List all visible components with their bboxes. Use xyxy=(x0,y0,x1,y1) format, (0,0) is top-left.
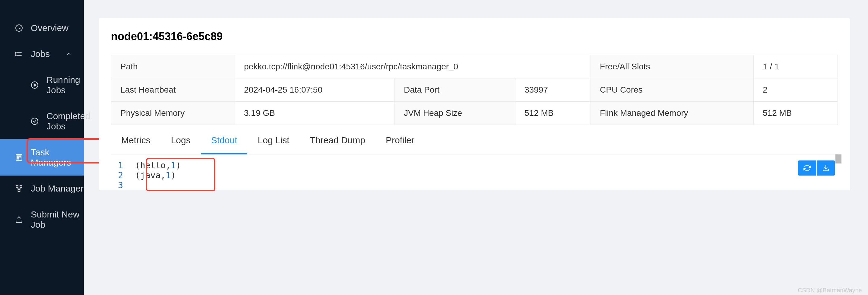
download-button[interactable] xyxy=(817,160,835,176)
svg-point-6 xyxy=(16,55,16,56)
info-managed-label: Flink Managed Memory xyxy=(591,102,754,125)
play-circle-icon xyxy=(30,81,39,90)
info-heartbeat-value: 2024-04-25 16:07:50 xyxy=(235,79,395,102)
line-number: 2 xyxy=(111,170,135,180)
task-manager-card: node01:45316-6e5c89 Path pekko.tcp://fli… xyxy=(99,18,850,190)
table-row: Path pekko.tcp://flink@node01:45316/user… xyxy=(111,55,838,79)
info-heap-value: 512 MB xyxy=(516,102,591,125)
watermark: CSDN @BatmanWayne xyxy=(798,287,862,294)
info-slots-label: Free/All Slots xyxy=(591,55,754,79)
svg-rect-11 xyxy=(18,156,19,157)
info-managed-value: 512 MB xyxy=(754,102,838,125)
info-cores-value: 2 xyxy=(754,79,838,102)
sidebar-item-label: Task Managers xyxy=(31,147,84,168)
svg-point-5 xyxy=(16,54,16,54)
page-title: node01:45316-6e5c89 xyxy=(111,30,838,43)
info-table: Path pekko.tcp://flink@node01:45316/user… xyxy=(111,55,838,125)
info-heartbeat-label: Last Heartbeat xyxy=(111,79,235,102)
svg-point-4 xyxy=(16,52,16,53)
tab-metrics[interactable]: Metrics xyxy=(111,127,161,154)
sidebar-item-submit-new-job[interactable]: Submit New Job xyxy=(0,202,84,238)
tabs: Metrics Logs Stdout Log List Thread Dump… xyxy=(111,127,838,154)
chevron-up-icon xyxy=(66,49,72,59)
sidebar-item-label: Running Jobs xyxy=(46,75,84,95)
refresh-icon xyxy=(803,165,811,172)
info-cores-label: CPU Cores xyxy=(591,79,754,102)
svg-rect-15 xyxy=(20,185,22,187)
tab-thread-dump[interactable]: Thread Dump xyxy=(300,127,375,154)
info-slots-value: 1 / 1 xyxy=(754,55,838,79)
info-heap-label: JVM Heap Size xyxy=(395,102,516,125)
sidebar-item-label: Jobs xyxy=(31,49,50,59)
info-path-label: Path xyxy=(111,55,235,79)
sidebar-item-job-manager[interactable]: Job Manager xyxy=(0,176,84,202)
table-row: Last Heartbeat 2024-04-25 16:07:50 Data … xyxy=(111,79,838,102)
svg-point-9 xyxy=(31,118,38,125)
sidebar-item-label: Overview xyxy=(31,23,68,33)
code-line: 1 (hello,1) xyxy=(111,160,838,170)
sidebar-item-overview[interactable]: Overview xyxy=(0,15,84,41)
sidebar-item-completed-jobs[interactable]: Completed Jobs xyxy=(0,103,84,139)
svg-rect-16 xyxy=(18,189,20,191)
info-physmem-label: Physical Memory xyxy=(111,102,235,125)
build-icon xyxy=(14,153,24,162)
check-circle-icon xyxy=(30,117,39,126)
upload-icon xyxy=(14,215,24,224)
svg-rect-14 xyxy=(16,185,18,187)
info-path-value: pekko.tcp://flink@node01:45316/user/rpc/… xyxy=(235,55,591,79)
stdout-viewer: 1 (hello,1) 2 (java,1) 3 xyxy=(111,160,838,190)
info-dataport-value: 33997 xyxy=(516,79,591,102)
viewer-actions xyxy=(798,160,835,176)
tab-log-list[interactable]: Log List xyxy=(247,127,300,154)
scrollbar[interactable] xyxy=(835,154,841,164)
line-number: 3 xyxy=(111,180,135,190)
sidebar-item-jobs[interactable]: Jobs xyxy=(0,41,84,67)
info-physmem-value: 3.19 GB xyxy=(235,102,395,125)
sidebar-item-task-managers[interactable]: Task Managers xyxy=(0,139,84,176)
main-content: node01:45316-6e5c89 Path pekko.tcp://fli… xyxy=(84,0,868,295)
sidebar: Overview Jobs Running Jobs Completed Job… xyxy=(0,0,84,295)
svg-rect-13 xyxy=(18,158,19,159)
refresh-button[interactable] xyxy=(798,160,816,176)
cluster-icon xyxy=(14,184,24,193)
sidebar-item-running-jobs[interactable]: Running Jobs xyxy=(0,67,84,103)
tab-profiler[interactable]: Profiler xyxy=(375,127,425,154)
code-line: 3 xyxy=(111,180,838,190)
line-number: 1 xyxy=(111,160,135,170)
code-content: (java,1) xyxy=(135,170,176,180)
svg-marker-8 xyxy=(34,84,36,87)
code-line: 2 (java,1) xyxy=(111,170,838,180)
table-row: Physical Memory 3.19 GB JVM Heap Size 51… xyxy=(111,102,838,125)
code-content: (hello,1) xyxy=(135,160,181,170)
bars-icon xyxy=(14,50,24,59)
tab-stdout[interactable]: Stdout xyxy=(201,127,248,154)
dashboard-icon xyxy=(14,24,24,33)
svg-rect-12 xyxy=(19,156,21,157)
tab-logs[interactable]: Logs xyxy=(161,127,201,154)
download-icon xyxy=(822,165,829,172)
sidebar-item-label: Job Manager xyxy=(31,183,84,194)
info-dataport-label: Data Port xyxy=(395,79,516,102)
sidebar-item-label: Submit New Job xyxy=(31,209,84,230)
